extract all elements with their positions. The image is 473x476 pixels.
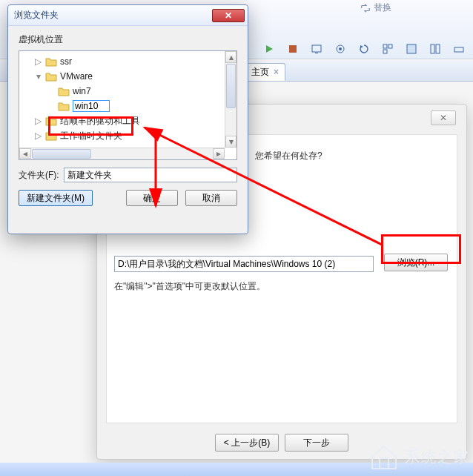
svg-rect-10 bbox=[407, 44, 416, 53]
back-button[interactable]: < 上一步(B) bbox=[215, 434, 279, 452]
expand-icon[interactable]: ▷ bbox=[34, 117, 42, 125]
folder-icon bbox=[45, 56, 57, 67]
svg-rect-16 bbox=[380, 458, 388, 469]
svg-rect-3 bbox=[315, 53, 318, 53]
scroll-up-icon[interactable]: ▴ bbox=[225, 51, 236, 63]
folder-icon bbox=[45, 71, 57, 82]
horizontal-scrollbar[interactable]: ◂ ▸ bbox=[19, 148, 225, 159]
expand-icon[interactable]: ▷ bbox=[34, 58, 42, 66]
tree-node-win7[interactable]: win7 bbox=[21, 84, 235, 99]
svg-rect-12 bbox=[436, 44, 440, 53]
tab-close-icon[interactable]: × bbox=[274, 67, 279, 77]
vertical-scrollbar[interactable]: ▴ ▾ bbox=[225, 51, 236, 148]
folder-name-label: 文件夹(F): bbox=[19, 169, 59, 182]
folder-name-row: 文件夹(F): bbox=[8, 160, 248, 187]
svg-point-5 bbox=[339, 47, 342, 50]
wizard-question: 您希望在何处存? bbox=[255, 150, 322, 162]
tree-label: 工作临时文件夹 bbox=[60, 130, 122, 142]
location-path-input[interactable]: D:\用户目录\我的文档\Virtual Machines\Windows 10… bbox=[114, 256, 374, 272]
dialog-subtitle: 虚拟机位置 bbox=[8, 26, 248, 50]
scroll-right-icon[interactable]: ▸ bbox=[213, 148, 225, 159]
svg-rect-11 bbox=[431, 44, 434, 53]
browse-dialog: 浏览文件夹 ✕ 虚拟机位置 ▷ ssr ▾ VMware win7 bbox=[7, 4, 248, 234]
location-path-value: D:\用户目录\我的文档\Virtual Machines\Windows 10… bbox=[118, 259, 335, 269]
wizard-close-button[interactable]: ✕ bbox=[431, 110, 456, 125]
new-folder-button[interactable]: 新建文件夹(M) bbox=[19, 190, 93, 206]
svg-rect-8 bbox=[388, 44, 392, 48]
dialog-buttons: 新建文件夹(M) 确定 取消 bbox=[8, 187, 248, 215]
close-icon: ✕ bbox=[440, 113, 447, 123]
collapse-icon[interactable]: ▾ bbox=[34, 73, 42, 81]
tab-home[interactable]: 主页 × bbox=[245, 63, 285, 81]
manage-icon[interactable] bbox=[378, 41, 397, 57]
ok-button[interactable]: 确定 bbox=[126, 190, 178, 206]
folder-name-input[interactable] bbox=[64, 168, 237, 182]
folder-icon bbox=[45, 130, 57, 141]
tree-node-win10-editing[interactable] bbox=[21, 99, 235, 113]
svg-rect-2 bbox=[312, 45, 321, 52]
dialog-titlebar[interactable]: 浏览文件夹 ✕ bbox=[8, 5, 248, 26]
fullscreen-icon[interactable] bbox=[402, 41, 421, 57]
replace-icon bbox=[360, 3, 371, 13]
scroll-thumb[interactable] bbox=[226, 64, 236, 108]
tree-node-vmware[interactable]: ▾ VMware bbox=[21, 69, 235, 84]
snapshot-icon[interactable] bbox=[331, 41, 350, 57]
tree-label: VMware bbox=[60, 71, 93, 82]
folder-tree[interactable]: ▷ ssr ▾ VMware win7 ▷ 结顺丰的驱动和工具 bbox=[19, 50, 237, 160]
expand-icon[interactable] bbox=[449, 41, 469, 57]
svg-rect-9 bbox=[383, 50, 387, 53]
cancel-button[interactable]: 取消 bbox=[185, 190, 237, 206]
screen-icon[interactable] bbox=[307, 41, 326, 57]
folder-icon bbox=[58, 86, 70, 96]
tree-node-temp[interactable]: ▷ 工作临时文件夹 bbox=[21, 128, 235, 143]
toolbar-icons bbox=[259, 41, 469, 57]
rename-input[interactable] bbox=[73, 100, 110, 112]
next-button[interactable]: 下一步 bbox=[285, 434, 348, 452]
watermark-text: 系统之家 bbox=[405, 447, 470, 467]
stop-icon[interactable] bbox=[283, 41, 302, 57]
tree-node-ssr[interactable]: ▷ ssr bbox=[21, 54, 235, 69]
folder-icon bbox=[58, 101, 70, 111]
scroll-down-icon[interactable]: ▾ bbox=[225, 136, 236, 148]
tab-label: 主页 bbox=[251, 66, 269, 79]
tree-label: win7 bbox=[73, 86, 91, 96]
play-icon[interactable] bbox=[259, 41, 279, 57]
tree-label: 结顺丰的驱动和工具 bbox=[60, 115, 140, 128]
unity-icon[interactable] bbox=[426, 41, 445, 57]
restore-icon[interactable] bbox=[354, 41, 374, 57]
svg-rect-1 bbox=[289, 45, 297, 53]
replace-label: 替换 bbox=[374, 1, 391, 14]
expand-icon[interactable]: ▷ bbox=[34, 132, 42, 140]
watermark: 系统之家 bbox=[368, 442, 470, 472]
replace-chip: 替换 bbox=[360, 1, 391, 14]
browse-button[interactable]: 浏览(R)... bbox=[384, 254, 448, 271]
tree-label: ssr bbox=[60, 56, 72, 67]
svg-rect-7 bbox=[383, 44, 387, 48]
tree-node-drivers[interactable]: ▷ 结顺丰的驱动和工具 bbox=[21, 113, 235, 128]
svg-marker-0 bbox=[266, 45, 273, 53]
folder-icon bbox=[45, 116, 57, 126]
svg-rect-13 bbox=[454, 47, 463, 52]
dialog-title: 浏览文件夹 bbox=[14, 9, 212, 22]
wizard-help-text: 在"编辑">"首选项"中可更改默认位置。 bbox=[114, 280, 265, 293]
svg-marker-6 bbox=[360, 45, 363, 48]
dialog-close-button[interactable]: ✕ bbox=[212, 9, 245, 22]
hscroll-thumb[interactable] bbox=[32, 149, 91, 159]
scroll-left-icon[interactable]: ◂ bbox=[19, 148, 31, 159]
